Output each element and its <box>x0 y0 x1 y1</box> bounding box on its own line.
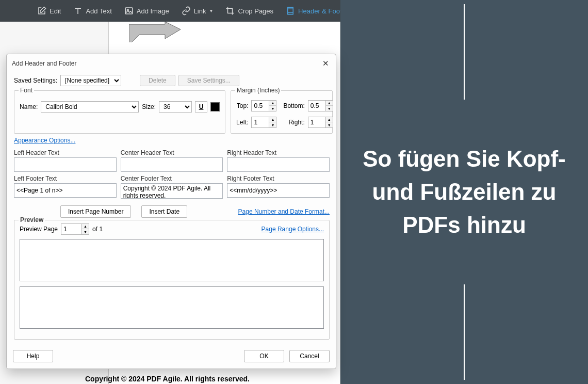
page-copyright-text: Copyright © 2024 PDF Agile. All rights r… <box>85 375 250 383</box>
font-size-select[interactable]: 36 <box>159 101 192 113</box>
tb-add-text[interactable]: Add Text <box>67 0 118 22</box>
preview-page-label: Preview Page <box>20 226 58 233</box>
text-icon <box>73 6 83 15</box>
right-footer-input[interactable] <box>227 183 330 198</box>
of-pages-label: of 1 <box>92 226 103 233</box>
page-number-date-format-link[interactable]: Page Number and Date Format... <box>238 208 330 215</box>
preview-footer-box <box>20 286 324 329</box>
margin-bottom-input[interactable]: ▲▼ <box>308 100 337 111</box>
tb-edit-label: Edit <box>50 7 61 15</box>
svg-marker-6 <box>129 22 181 42</box>
dialog-title: Add Header and Footer <box>12 60 76 67</box>
insert-page-number-button[interactable]: Insert Page Number <box>60 205 131 218</box>
chevron-down-icon: ▼ <box>209 9 214 13</box>
right-header-label: Right Header Text <box>227 149 330 156</box>
spin-down-icon[interactable]: ▼ <box>82 229 89 234</box>
spin-down-icon[interactable]: ▼ <box>326 122 333 127</box>
preview-fs-label: Preview <box>19 216 45 223</box>
left-header-label: Left Header Text <box>14 149 117 156</box>
tb-link[interactable]: Link ▼ <box>175 0 220 22</box>
image-icon <box>124 6 134 15</box>
margin-right-label: Right: <box>283 119 304 126</box>
saved-settings-label: Saved Settings: <box>14 77 57 84</box>
insert-date-button[interactable]: Insert Date <box>141 205 187 218</box>
help-button[interactable]: Help <box>13 350 53 362</box>
left-header-input[interactable] <box>14 157 117 172</box>
font-color-swatch[interactable] <box>210 102 220 111</box>
font-fs-label: Font <box>19 87 34 94</box>
right-footer-label: Right Footer Text <box>227 175 330 182</box>
tb-crop-label: Crop Pages <box>238 7 273 15</box>
tb-edit[interactable]: Edit <box>31 0 67 22</box>
decor-line-top <box>464 4 465 100</box>
saved-settings-select[interactable]: [None specified] <box>60 75 121 86</box>
center-header-input[interactable] <box>121 157 223 172</box>
add-header-footer-dialog: Add Header and Footer ✕ Saved Settings: … <box>6 54 336 369</box>
center-footer-label: Center Footer Text <box>121 175 223 182</box>
tb-add-image[interactable]: Add Image <box>118 0 175 22</box>
margin-right-input[interactable]: ▲▼ <box>308 117 337 128</box>
font-size-label: Size: <box>142 103 156 110</box>
save-settings-button[interactable]: Save Settings... <box>178 75 239 86</box>
margin-left-label: Left: <box>236 119 248 126</box>
edit-icon <box>37 6 46 15</box>
font-fieldset: Font Name: Calibri Bold Size: 36 U <box>14 90 225 134</box>
preview-fieldset: Preview Preview Page ▲▼ of 1 Page Range … <box>14 220 330 340</box>
preview-header-box <box>20 239 324 281</box>
font-name-select[interactable]: Calibri Bold <box>41 101 139 113</box>
margin-fs-label: Margin (Inches) <box>235 87 281 94</box>
underline-button[interactable]: U <box>195 101 207 113</box>
spin-up-icon[interactable]: ▲ <box>326 101 333 106</box>
ok-button[interactable]: OK <box>244 350 284 362</box>
appearance-options-link[interactable]: Appearance Options... <box>14 137 75 144</box>
spin-up-icon[interactable]: ▲ <box>82 224 89 229</box>
left-footer-label: Left Footer Text <box>14 175 117 182</box>
tb-add-image-label: Add Image <box>137 7 169 15</box>
crop-icon <box>225 6 235 15</box>
margin-left-input[interactable]: ▲▼ <box>251 117 280 128</box>
left-footer-input[interactable] <box>14 183 117 198</box>
center-header-label: Center Header Text <box>121 149 223 156</box>
page-range-options-link[interactable]: Page Range Options... <box>262 226 324 233</box>
tb-link-label: Link <box>194 7 206 15</box>
svg-rect-0 <box>125 8 133 14</box>
side-panel-title: So fügen Sie Kopf- und Fußzeilen zu PDFs… <box>361 142 567 241</box>
spin-down-icon[interactable]: ▼ <box>269 106 276 111</box>
arrow-shape <box>129 22 181 42</box>
decor-line-bottom <box>464 284 465 380</box>
center-footer-input[interactable]: Copyright © 2024 PDF Agile. All rights r… <box>121 183 223 199</box>
preview-page-input[interactable]: ▲▼ <box>61 223 89 235</box>
link-icon <box>182 6 191 15</box>
right-header-input[interactable] <box>227 157 330 172</box>
delete-button[interactable]: Delete <box>140 75 175 86</box>
spin-up-icon[interactable]: ▲ <box>269 117 276 122</box>
side-panel: So fügen Sie Kopf- und Fußzeilen zu PDFs… <box>340 0 588 384</box>
tb-crop[interactable]: Crop Pages <box>219 0 280 22</box>
margin-top-label: Top: <box>236 102 248 109</box>
svg-rect-2 <box>288 7 293 14</box>
close-button[interactable]: ✕ <box>320 58 331 69</box>
spin-up-icon[interactable]: ▲ <box>269 101 276 106</box>
margin-top-input[interactable]: ▲▼ <box>251 100 280 111</box>
header-footer-icon <box>286 6 295 15</box>
spin-up-icon[interactable]: ▲ <box>326 117 333 122</box>
margin-bottom-label: Bottom: <box>283 102 304 109</box>
tb-add-text-label: Add Text <box>86 7 111 15</box>
spin-down-icon[interactable]: ▼ <box>269 122 276 127</box>
cancel-button[interactable]: Cancel <box>289 350 330 362</box>
spin-down-icon[interactable]: ▼ <box>326 106 333 111</box>
font-name-label: Name: <box>20 103 38 110</box>
margin-fieldset: Margin (Inches) Top: ▲▼ Bottom: ▲▼ Left:… <box>231 90 333 134</box>
